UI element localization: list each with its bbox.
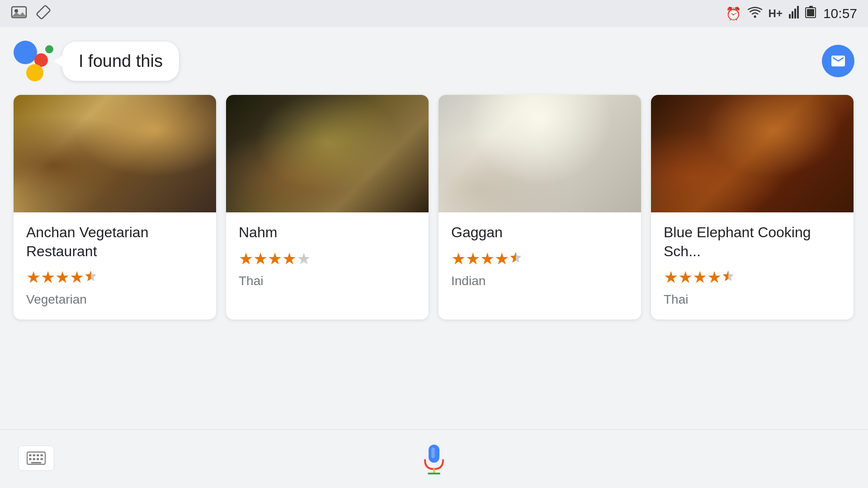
svg-rect-12 [29,455,31,456]
restaurant-card-1[interactable]: Anchan Vegetarian Restaurant ★ ★ ★ ★ [14,95,216,319]
restaurant-stars-4: ★ ★ ★ ★ [664,268,841,287]
restaurant-card-4[interactable]: Blue Elephant Cooking Sch... ★ ★ ★ ★ [651,95,854,319]
svg-rect-2 [36,5,50,19]
star-4-1: ★ [664,268,678,287]
microphone-button[interactable] [414,439,454,479]
status-bar-right: ⏰ H+ 10:57 [726,6,857,22]
restaurant-category-2: Thai [239,274,416,288]
svg-rect-10 [809,6,813,8]
restaurant-photo-1 [14,95,216,212]
svg-rect-9 [807,9,814,16]
bottom-bar [0,429,868,488]
header-action-button[interactable] [822,45,854,77]
restaurant-category-1: Vegetarian [26,292,203,307]
star-2-3: ★ [268,249,282,268]
logo-green-circle [45,45,53,53]
assistant-response-bubble: I found this [62,42,179,81]
star-3-4: ★ [495,249,509,268]
rotate-icon [36,5,51,23]
svg-rect-13 [33,455,35,456]
star-3-2: ★ [466,249,480,268]
star-4-4: ★ [707,268,722,287]
image-icon [11,5,27,23]
star-1-3: ★ [55,268,70,287]
restaurant-name-4: Blue Elephant Cooking Sch... [664,223,841,261]
restaurant-photo-4 [651,95,854,212]
svg-rect-14 [37,455,39,456]
logo-yellow-circle [26,64,43,81]
svg-rect-4 [789,14,791,19]
google-assistant-logo [14,41,54,81]
svg-rect-20 [31,462,41,463]
wifi-icon [748,6,762,21]
keyboard-icon [27,451,46,465]
svg-rect-17 [33,458,35,460]
alarm-icon: ⏰ [726,6,741,21]
star-4-2: ★ [678,268,693,287]
restaurant-name-1: Anchan Vegetarian Restaurant [26,223,203,261]
restaurant-card-3[interactable]: Gaggan ★ ★ ★ ★ [439,95,641,319]
time-display: 10:57 [823,6,857,21]
restaurant-photo-2 [226,95,429,212]
svg-rect-5 [792,11,793,19]
star-1-4: ★ [70,268,84,287]
status-bar: ⏰ H+ 10:57 [0,0,868,27]
svg-rect-15 [40,455,42,456]
restaurant-card-2[interactable]: Nahm ★ ★ ★ ★ ★ Thai [226,95,429,319]
star-3-1: ★ [451,249,466,268]
star-4-3: ★ [693,268,707,287]
card-image-1 [14,95,216,212]
card-body-2: Nahm ★ ★ ★ ★ ★ Thai [226,212,429,301]
star-2-1: ★ [239,249,253,268]
restaurant-stars-2: ★ ★ ★ ★ ★ [239,249,416,268]
star-1-5 [84,268,98,287]
header-left: I found this [14,41,179,81]
svg-rect-6 [794,9,796,19]
star-4-5 [722,268,735,287]
star-2-2: ★ [253,249,268,268]
card-body-3: Gaggan ★ ★ ★ ★ [439,212,641,301]
star-1-2: ★ [41,268,55,287]
card-image-3 [439,95,641,212]
restaurant-cards: Anchan Vegetarian Restaurant ★ ★ ★ ★ [0,90,868,324]
restaurant-photo-3 [439,95,641,212]
restaurant-stars-1: ★ ★ ★ ★ [26,268,203,287]
star-2-4: ★ [282,249,297,268]
star-3-3: ★ [480,249,495,268]
assistant-response-text: I found this [79,52,163,70]
svg-rect-7 [797,6,799,19]
svg-rect-24 [431,447,435,458]
svg-rect-18 [37,458,39,460]
restaurant-name-3: Gaggan [451,223,628,242]
card-image-2 [226,95,429,212]
svg-rect-16 [29,458,31,460]
star-1-1: ★ [26,268,41,287]
microphone-icon [416,441,452,477]
action-icon [830,53,846,69]
signal-icon [789,6,799,22]
card-image-4 [651,95,854,212]
svg-point-1 [14,9,18,13]
battery-icon [805,6,817,22]
restaurant-stars-3: ★ ★ ★ ★ [451,249,628,268]
star-3-5 [509,249,523,268]
header: I found this [0,27,868,90]
restaurant-category-3: Indian [451,274,628,288]
card-body-1: Anchan Vegetarian Restaurant ★ ★ ★ ★ [14,212,216,319]
logo-blue-circle [14,41,37,64]
svg-rect-19 [40,458,42,460]
restaurant-name-2: Nahm [239,223,416,242]
svg-point-3 [754,15,756,18]
keyboard-button[interactable] [18,446,54,471]
status-bar-left [11,5,51,23]
card-body-4: Blue Elephant Cooking Sch... ★ ★ ★ ★ [651,212,854,319]
restaurant-category-4: Thai [664,292,841,307]
star-2-5: ★ [297,249,311,268]
hplus-icon: H+ [769,7,783,20]
